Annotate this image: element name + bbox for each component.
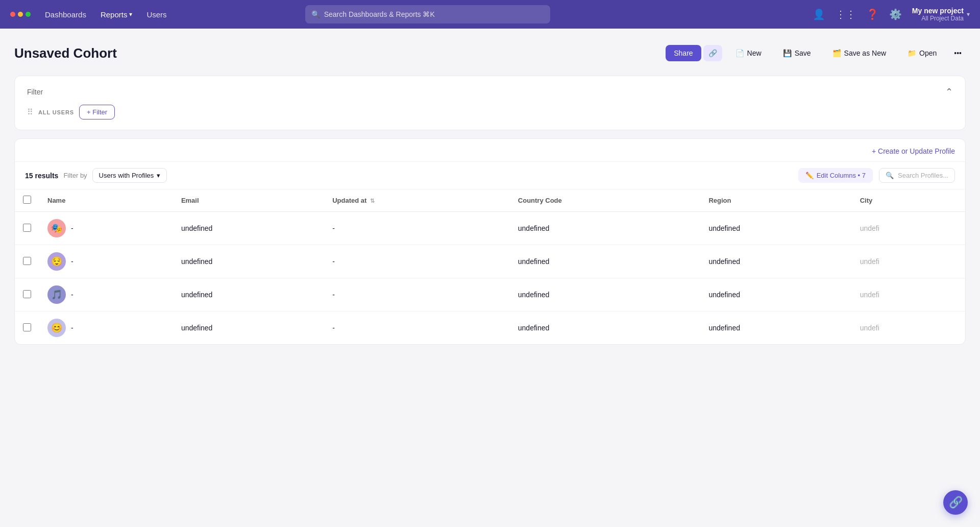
row-city: undefi (852, 278, 965, 312)
row-updated-at: - (324, 212, 510, 245)
row-name: - (71, 224, 74, 232)
row-updated-at: - (324, 245, 510, 278)
name-avatar-col: 😌 - (47, 252, 165, 271)
settings-icon[interactable]: ⚙️ (889, 8, 902, 20)
filter-dropdown-label: Users with Profiles (99, 172, 154, 179)
page-actions: Share 🔗 📄 New 💾 Save 🗂️ Save as New 📁 Op… (666, 45, 966, 61)
global-search[interactable]: 🔍 Search Dashboards & Reports ⌘K (305, 5, 550, 23)
filter-collapse-icon[interactable]: ⌃ (945, 86, 953, 98)
row-name-cell: 😌 - (39, 245, 173, 278)
row-name: - (71, 324, 74, 332)
edit-columns-button[interactable]: ✏️ Edit Columns • 7 (798, 168, 873, 183)
col-email: Email (173, 189, 324, 212)
project-selector[interactable]: My new project All Project Data ▾ (912, 7, 970, 22)
table-toolbar: 15 results Filter by Users with Profiles… (15, 162, 965, 189)
nav-reports[interactable]: Reports ▾ (101, 10, 133, 19)
users-table: Name Email Updated at ⇅ Country Code Reg… (15, 189, 965, 344)
search-profiles-icon: 🔍 (886, 172, 894, 179)
row-name-cell: 😊 - (39, 312, 173, 345)
project-title: My new project (912, 7, 964, 15)
create-update-profile-button[interactable]: + Create or Update Profile (872, 147, 955, 155)
row-updated-at: - (324, 312, 510, 345)
row-email: undefined (173, 312, 324, 345)
project-chevron-icon: ▾ (967, 11, 970, 18)
more-options-button[interactable]: ••• (950, 45, 966, 61)
toolbar-right: ✏️ Edit Columns • 7 🔍 Search Profiles... (798, 168, 955, 183)
all-users-label: ALL USERS (38, 109, 74, 115)
table-row: 😊 - undefined - undefined undefined unde… (15, 312, 965, 345)
row-name-cell: 🎵 - (39, 278, 173, 312)
row-checkbox[interactable] (23, 323, 31, 331)
nav-dashboards[interactable]: Dashboards (45, 10, 86, 19)
row-region: undefined (700, 245, 851, 278)
table-card: + Create or Update Profile 15 results Fi… (14, 138, 966, 345)
nav-users[interactable]: Users (146, 10, 166, 19)
row-checkbox-cell (15, 245, 39, 278)
results-count: 15 results (25, 172, 58, 180)
row-country-code: undefined (510, 278, 701, 312)
row-email: undefined (173, 245, 324, 278)
row-region: undefined (700, 312, 851, 345)
row-checkbox[interactable] (23, 290, 31, 298)
row-email: undefined (173, 278, 324, 312)
row-name-cell: 🎭 - (39, 212, 173, 245)
row-city: undefi (852, 212, 965, 245)
filter-section-label: Filter (27, 88, 43, 96)
col-updated-at[interactable]: Updated at ⇅ (324, 189, 510, 212)
share-button[interactable]: Share (666, 45, 701, 61)
filter-card-header: Filter ⌃ (27, 86, 953, 98)
edit-columns-pencil-icon: ✏️ (805, 172, 814, 179)
help-icon[interactable]: ❓ (866, 8, 879, 20)
filter-dropdown[interactable]: Users with Profiles ▾ (92, 168, 167, 183)
project-subtitle: All Project Data (912, 15, 964, 22)
new-button[interactable]: 📄 New (727, 45, 770, 61)
row-name: - (71, 257, 74, 266)
row-name: - (71, 291, 74, 299)
open-icon: 📁 (908, 49, 916, 57)
search-placeholder-text: Search Dashboards & Reports ⌘K (324, 10, 435, 18)
row-country-code: undefined (510, 312, 701, 345)
row-checkbox-cell (15, 312, 39, 345)
search-profiles-placeholder: Search Profiles... (898, 172, 948, 179)
save-as-new-button[interactable]: 🗂️ Save as New (824, 45, 894, 61)
all-users-row: ⠿ ALL USERS + Filter (27, 105, 953, 119)
search-icon: 🔍 (311, 10, 320, 18)
col-country-code: Country Code (510, 189, 701, 212)
filter-dropdown-chevron-icon: ▾ (157, 172, 160, 179)
filter-by-label: Filter by (63, 172, 87, 179)
user-profiles-icon[interactable]: 👤 (813, 8, 825, 20)
table-row: 🎭 - undefined - undefined undefined unde… (15, 212, 965, 245)
page-title: Unsaved Cohort (14, 45, 117, 61)
row-updated-at: - (324, 278, 510, 312)
maximize-dot (26, 12, 31, 17)
edit-columns-label: Edit Columns • 7 (817, 172, 866, 179)
table-body: 🎭 - undefined - undefined undefined unde… (15, 212, 965, 345)
row-email: undefined (173, 212, 324, 245)
row-country-code: undefined (510, 245, 701, 278)
main-page: Unsaved Cohort Share 🔗 📄 New 💾 Save 🗂️ S… (0, 29, 980, 361)
user-avatar: 😊 (47, 319, 66, 337)
user-avatar: 🎭 (47, 219, 66, 237)
row-city: undefi (852, 312, 965, 345)
row-checkbox-cell (15, 212, 39, 245)
row-country-code: undefined (510, 212, 701, 245)
save-button[interactable]: 💾 Save (775, 45, 819, 61)
name-avatar-col: 😊 - (47, 319, 165, 337)
filter-card: Filter ⌃ ⠿ ALL USERS + Filter (14, 76, 966, 130)
apps-grid-icon[interactable]: ⋮⋮ (836, 8, 856, 20)
share-link-button[interactable]: 🔗 (703, 45, 722, 61)
search-profiles-input[interactable]: 🔍 Search Profiles... (879, 168, 955, 183)
add-filter-button[interactable]: + Filter (79, 105, 115, 119)
sort-icon: ⇅ (370, 198, 375, 204)
top-navigation: Dashboards Reports ▾ Users 🔍 Search Dash… (0, 0, 980, 29)
row-checkbox[interactable] (23, 224, 31, 232)
col-region: Region (700, 189, 851, 212)
open-button[interactable]: 📁 Open (899, 45, 945, 61)
row-checkbox[interactable] (23, 257, 31, 265)
table-row: 🎵 - undefined - undefined undefined unde… (15, 278, 965, 312)
nav-right-icons: 👤 ⋮⋮ ❓ ⚙️ My new project All Project Dat… (813, 7, 970, 22)
row-checkbox-cell (15, 278, 39, 312)
drag-handle-icon: ⠿ (27, 107, 33, 117)
table-top-bar: + Create or Update Profile (15, 139, 965, 162)
select-all-checkbox[interactable] (23, 196, 31, 204)
